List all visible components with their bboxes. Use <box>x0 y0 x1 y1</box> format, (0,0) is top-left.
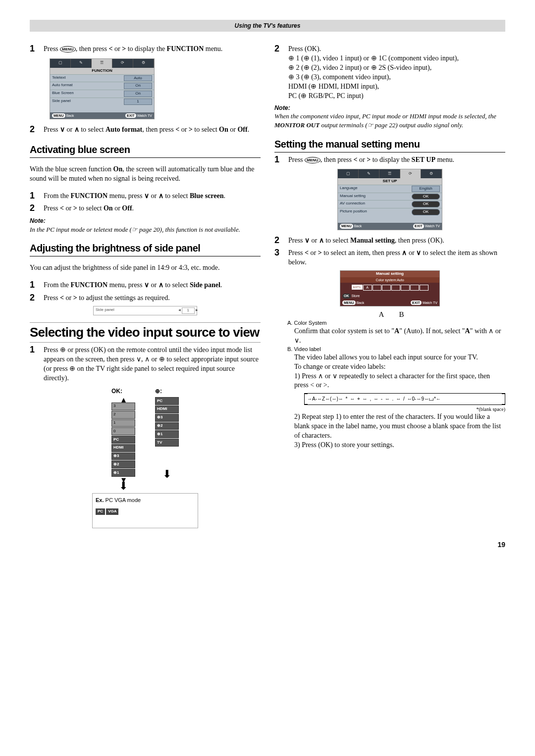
osd-title: Manual setting <box>340 271 439 277</box>
note-label: Note: <box>30 217 261 225</box>
video-label-step-3: 3) Press (OK) to store your settings. <box>294 441 505 450</box>
osd-setup-menu: ▢✎☰⟳⚙ SET UP LanguageEnglish Manual sett… <box>337 169 442 230</box>
step-number: 2 <box>30 293 39 303</box>
video-step-1: 1 Press ⊕ or press (OK) on the remote co… <box>30 345 261 383</box>
page-number: 19 <box>30 540 505 550</box>
heading-side-panel: Adjusting the brightness of side panel <box>30 242 261 256</box>
osd-row: TeletextAuto <box>50 74 154 82</box>
step-number: 1 <box>30 280 39 291</box>
blank-space-note: *(blank space) <box>294 406 505 413</box>
item-b: B. Video label The video label allows yo… <box>287 346 505 450</box>
input-source-diagram: OK: ▴ 3 2 1 0 PC HDMI ⊕3 ⊕2 ⊕1 ▾ ⬇ ⊕: PC… <box>30 387 261 489</box>
osd-row: AV connectionOK <box>338 200 442 208</box>
osd-footer: MENUBack EXITWatch TV <box>50 112 154 119</box>
step-2-autoformat: 2 Press ∨ or ∧ to select Auto format, th… <box>30 124 261 135</box>
character-list: →A-↔Z↔(↔)↔ * ↔ + ↔ , ↔ - ↔ . ↔ / ↔0-↔9↔⌴… <box>304 393 505 405</box>
blue-step-2: 2 Press < or > to select On or Off. <box>30 203 261 214</box>
step-number: 3 <box>274 248 283 267</box>
tag-vga: VGA <box>106 508 118 515</box>
heading-manual-setting: Setting the manual setting menu <box>274 138 505 152</box>
note-label: Note: <box>274 104 505 112</box>
note-body: In the PC input mode or teletext mode (☞… <box>30 225 261 234</box>
input-line: ⊕ 3 (⊕ (3), component video input), <box>288 73 505 82</box>
input-line: PC (⊕ RGB/PC, PC input) <box>288 92 505 101</box>
osd-side-panel-value: Side panel1 <box>93 306 197 315</box>
heading-blue-screen: Activating blue screen <box>30 143 261 158</box>
example-text: PC VGA mode <box>106 497 141 503</box>
osd-icon-row: ▢✎☰⟳⚙ <box>50 59 154 68</box>
osd-row: LanguageEnglish <box>338 185 442 193</box>
manual-step-2: 2 Press ∨ or ∧ to select Manual setting,… <box>274 235 505 246</box>
example-label: Ex. <box>96 497 104 503</box>
step-number: 2 <box>274 235 283 246</box>
step-number: 1 <box>30 191 39 202</box>
osd-row: Picture positionOK <box>338 208 442 216</box>
step-1-function: 1 Press MENU, then press < or > to displ… <box>30 44 261 54</box>
osd-row: Blue ScreenOn <box>50 90 154 98</box>
step-number: 2 <box>30 124 39 135</box>
menu-icon: MENU <box>60 46 76 52</box>
osd-row: Manual settingOK <box>338 193 442 201</box>
tag-pc: PC <box>96 508 105 515</box>
osd-function-menu: ▢✎☰⟳⚙ FUNCTION TeletextAuto Auto formatO… <box>50 58 155 119</box>
osd-cell-row: EXT1 A <box>340 283 439 293</box>
side-step-1: 1 From the FUNCTION menu, press ∨ or ∧ t… <box>30 280 261 291</box>
input-stack-ok: OK: ▴ 3 2 1 0 PC HDMI ⊕3 ⊕2 ⊕1 ▾ ⬇ <box>111 387 135 489</box>
osd-footer: MENUBack EXITWatch TV <box>338 223 442 229</box>
osd-subtitle: Color system:Auto <box>340 277 439 283</box>
blue-step-1: 1 From the FUNCTION menu, press ∨ or ∧ t… <box>30 191 261 202</box>
manual-step-1: 1 Press MENU, then press < or > to displ… <box>274 154 505 165</box>
page-header: Using the TV's features <box>30 20 505 32</box>
osd-manual-setting: Manual setting Color system:Auto EXT1 A … <box>340 270 440 306</box>
blue-screen-desc: With the blue screen function On, the sc… <box>30 165 261 184</box>
step-number: 2 <box>274 44 283 101</box>
left-column: 1 Press MENU, then press < or > to displ… <box>30 42 261 530</box>
heading-video-input: Selecting the video input source to view <box>30 322 261 343</box>
step-number: 1 <box>30 44 39 54</box>
osd-footer: MENUBack EXITWatch TV <box>340 300 439 306</box>
osd-title: SET UP <box>338 178 442 185</box>
step-number: 2 <box>30 203 39 214</box>
osd-title: FUNCTION <box>50 68 154 74</box>
osd-icon-row: ▢✎☰⟳⚙ <box>338 169 442 178</box>
input-stack-source: ⊕: PC HDMI ⊕3 ⊕2 ⊕1 TV ⬇ <box>155 387 179 489</box>
osd-row: Side panel1 <box>50 98 154 105</box>
side-step-2: 2 Press < or > to adjust the settings as… <box>30 293 261 303</box>
input-line: ⊕ 2 (⊕ (2), video 2 input) or ⊕ 2S (S-vi… <box>288 63 505 73</box>
item-a: A. Color System Confirm that color syste… <box>287 319 505 346</box>
video-step-2: 2 Press (OK). ⊕ 1 (⊕ (1), video 1 input)… <box>274 44 505 101</box>
osd-footer: OKStore <box>340 293 439 299</box>
item-a-heading: A. Color System <box>287 319 505 327</box>
manual-step-3: 3 Press < or > to select an item, then p… <box>274 248 505 267</box>
input-line: HDMI (⊕ HDMI, HDMI input), <box>288 82 505 92</box>
note-body: When the component video input, PC input… <box>274 112 505 129</box>
right-column: 2 Press (OK). ⊕ 1 (⊕ (1), video 1 input)… <box>274 42 505 530</box>
item-b-heading: B. Video label <box>287 346 505 353</box>
side-panel-desc: You can adjust the brightness of side pa… <box>30 263 261 273</box>
video-label-step-2: 2) Repeat step 1) to enter the rest of t… <box>294 412 505 441</box>
step-number: 1 <box>30 345 39 383</box>
step-number: 1 <box>274 154 283 165</box>
video-label-step-1: 1) Press ∧ or ∨ repeatedly to select a c… <box>294 372 505 391</box>
osd-row: Auto formatOn <box>50 82 154 90</box>
ab-pointer-labels: AB <box>274 309 505 319</box>
input-line: ⊕ 1 (⊕ (1), video 1 input) or ⊕ 1C (comp… <box>288 54 505 63</box>
example-pc-vga: Ex. PC VGA mode PCVGA <box>92 493 198 528</box>
step-body: Press MENU, then press < or > to display… <box>44 44 261 54</box>
menu-icon: MENU <box>305 157 321 163</box>
